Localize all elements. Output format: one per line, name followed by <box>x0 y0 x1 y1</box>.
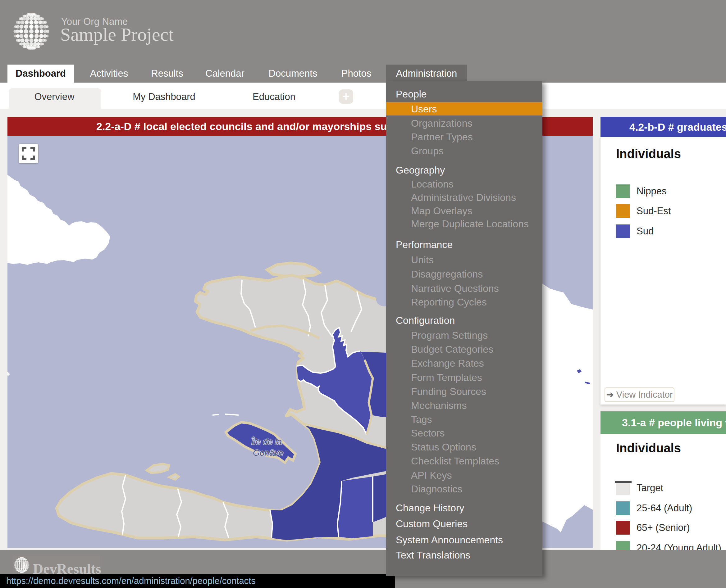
svg-text:Île de la: Île de la <box>251 437 282 446</box>
svg-text:Gonâve: Gonâve <box>253 448 283 458</box>
